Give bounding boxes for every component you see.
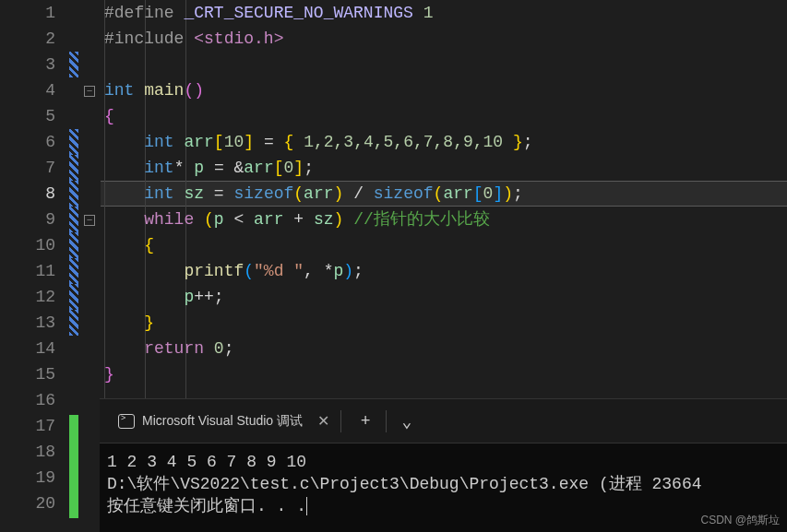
code-line: return 0; [101, 336, 787, 361]
code-line: p++; [101, 284, 787, 310]
chevron-down-icon[interactable]: ⌄ [390, 405, 423, 438]
watermark: CSDN @鸽斯垃 [700, 513, 780, 528]
line-number-gutter: 1 2 3 4 5 6 7 8 9 10 11 12 13 14 15 16 1… [0, 0, 69, 532]
new-tab-button[interactable]: + [349, 405, 382, 438]
terminal-tab-bar: Microsoft Visual Studio 调试 ✕ + ⌄ [100, 399, 787, 443]
terminal-tab-title: Microsoft Visual Studio 调试 [142, 413, 303, 430]
code-line: while (p < arr + sz) //指针的大小比较 [101, 207, 787, 232]
terminal-panel[interactable]: Microsoft Visual Studio 调试 ✕ + ⌄ 1 2 3 4… [100, 398, 787, 532]
code-line: } [101, 361, 787, 387]
code-line: { [101, 103, 787, 129]
terminal-output[interactable]: 1 2 3 4 5 6 7 8 9 10 D:\软件\VS2022\test.c… [100, 443, 787, 525]
code-line: #define _CRT_SECURE_NO_WARNINGS 1 [101, 0, 787, 26]
code-line: int arr[10] = { 1,2,3,4,5,6,7,8,9,10 }; [101, 129, 787, 155]
fold-toggle-icon[interactable]: − [84, 215, 95, 226]
terminal-tab[interactable]: Microsoft Visual Studio 调试 ✕ [107, 407, 340, 435]
code-line [101, 52, 787, 77]
separator [340, 410, 341, 432]
close-icon[interactable]: ✕ [317, 412, 329, 430]
code-line: { [101, 232, 787, 258]
code-line: int* p = &arr[0]; [101, 155, 787, 181]
code-line: } [101, 310, 787, 336]
code-line: int main() [101, 77, 787, 103]
terminal-cursor [306, 497, 307, 515]
fold-column[interactable]: − − [78, 0, 101, 532]
fold-toggle-icon[interactable]: − [84, 86, 95, 97]
change-indicator-bar [69, 0, 78, 532]
code-line: printf("%d ", *p); [101, 258, 787, 284]
terminal-icon [118, 414, 135, 429]
code-line: #include <stdio.h> [101, 26, 787, 52]
separator [386, 410, 387, 432]
